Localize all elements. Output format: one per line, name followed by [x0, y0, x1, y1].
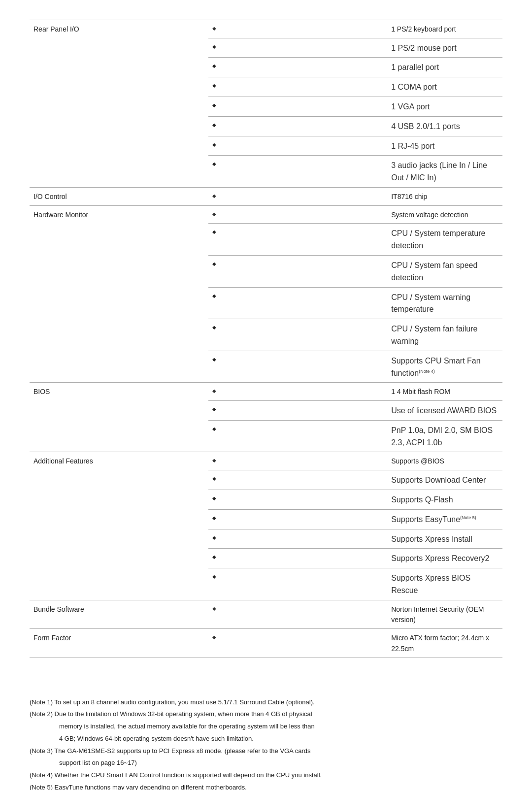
row-label: Form Factor — [30, 629, 208, 658]
item-text: 1 PS/2 keyboard port — [387, 20, 502, 38]
bullet-cell: ◆ — [208, 58, 387, 77]
row-label: Rear Panel I/O — [30, 20, 208, 188]
item-text: Norton Internet Security (OEM version) — [387, 600, 502, 628]
table-row: Additional Features◆Supports @BIOS — [30, 452, 502, 470]
note-text: 4 GB; Windows 64-bit operating system do… — [59, 735, 254, 742]
note-item: (Note 3) The GA-M61SME-S2 supports up to… — [30, 746, 502, 757]
superscript: (Note 4) — [419, 368, 435, 373]
row-label: Additional Features — [30, 452, 208, 600]
note-item: memory is installed, the actual memory a… — [30, 722, 502, 732]
bullet-cell: ◆ — [208, 529, 387, 549]
page-container: Rear Panel I/O◆1 PS/2 keyboard port◆1 PS… — [30, 20, 502, 790]
item-text: Supports Xpress Install — [387, 529, 502, 549]
item-text: IT8716 chip — [387, 188, 502, 206]
row-label: I/O Control — [30, 188, 208, 206]
notes-section: (Note 1) To set up an 8 channel audio co… — [30, 697, 502, 790]
bullet-cell: ◆ — [208, 509, 387, 529]
bullet-cell: ◆ — [208, 490, 387, 509]
bullet-cell: ◆ — [208, 420, 387, 452]
note-prefix: (Note 1) — [30, 698, 53, 706]
row-label: Bundle Software — [30, 600, 208, 628]
table-row: Hardware Monitor◆System voltage detectio… — [30, 205, 502, 224]
bullet-cell: ◆ — [208, 568, 387, 600]
item-text: 1 4 Mbit flash ROM — [387, 383, 502, 401]
item-text: 3 audio jacks (Line In / Line Out / MIC … — [387, 156, 502, 188]
note-text: EasyTune functions may vary depending on… — [53, 784, 247, 790]
item-text: PnP 1.0a, DMI 2.0, SM BIOS 2.3, ACPI 1.0… — [387, 420, 502, 452]
note-text: To set up an 8 channel audio configurati… — [53, 698, 315, 706]
superscript: (Note 5) — [460, 515, 476, 520]
table-row: BIOS◆1 4 Mbit flash ROM — [30, 383, 502, 401]
item-text: Supports EasyTune(Note 5) — [387, 509, 502, 529]
note-item: (Note 4) Whether the CPU Smart FAN Contr… — [30, 770, 502, 781]
bullet-cell: ◆ — [208, 401, 387, 421]
note-text: memory is installed, the actual memory a… — [59, 723, 315, 730]
note-prefix: (Note 4) — [30, 771, 53, 779]
bullet-cell: ◆ — [208, 287, 387, 319]
note-text: Due to the limitation of Windows 32-bit … — [53, 710, 312, 718]
item-text: Supports Xpress Recovery2 — [387, 549, 502, 568]
bullet-cell: ◆ — [208, 77, 387, 97]
item-text: 1 parallel port — [387, 58, 502, 77]
note-item: (Note 2) Due to the limitation of Window… — [30, 709, 502, 720]
bullet-cell: ◆ — [208, 600, 387, 628]
bullet-cell: ◆ — [208, 205, 387, 224]
bullet-cell: ◆ — [208, 452, 387, 470]
item-text: System voltage detection — [387, 205, 502, 224]
bullet-cell: ◆ — [208, 351, 387, 383]
item-text: Supports Download Center — [387, 470, 502, 490]
item-text: Micro ATX form factor; 24.4cm x 22.5cm — [387, 629, 502, 658]
row-label: Hardware Monitor — [30, 205, 208, 383]
note-text: The GA-M61SME-S2 supports up to PCI Expr… — [53, 747, 311, 755]
specs-table: Rear Panel I/O◆1 PS/2 keyboard port◆1 PS… — [30, 20, 502, 658]
table-row: Bundle Software◆Norton Internet Security… — [30, 600, 502, 628]
bullet-cell: ◆ — [208, 549, 387, 568]
item-text: Supports @BIOS — [387, 452, 502, 470]
item-text: 1 RJ-45 port — [387, 136, 502, 156]
item-text: CPU / System temperature detection — [387, 224, 502, 256]
item-text: 1 VGA port — [387, 97, 502, 117]
note-prefix: (Note 2) — [30, 710, 53, 718]
item-text: CPU / System fan speed detection — [387, 256, 502, 288]
item-text: CPU / System fan failure warning — [387, 319, 502, 351]
note-text: Whether the CPU Smart FAN Control functi… — [53, 771, 322, 779]
table-row: Rear Panel I/O◆1 PS/2 keyboard port — [30, 20, 502, 38]
item-text: Use of licensed AWARD BIOS — [387, 401, 502, 421]
note-text: support list on page 16~17) — [59, 759, 137, 766]
item-text: 1 COMA port — [387, 77, 502, 97]
note-item: (Note 5) EasyTune functions may vary dep… — [30, 783, 502, 790]
item-text: CPU / System warning temperature — [387, 287, 502, 319]
item-text: Supports Q-Flash — [387, 490, 502, 509]
bullet-cell: ◆ — [208, 136, 387, 156]
table-row: I/O Control◆IT8716 chip — [30, 188, 502, 206]
note-item: 4 GB; Windows 64-bit operating system do… — [30, 734, 502, 744]
bullet-cell: ◆ — [208, 188, 387, 206]
bullet-cell: ◆ — [208, 38, 387, 58]
item-text: Supports Xpress BIOS Rescue — [387, 568, 502, 600]
note-prefix: (Note 5) — [30, 784, 53, 790]
bullet-cell: ◆ — [208, 20, 387, 38]
bullet-cell: ◆ — [208, 116, 387, 136]
bullet-cell: ◆ — [208, 383, 387, 401]
bullet-cell: ◆ — [208, 319, 387, 351]
bullet-cell: ◆ — [208, 470, 387, 490]
bullet-cell: ◆ — [208, 97, 387, 117]
bullet-cell: ◆ — [208, 156, 387, 188]
row-label: BIOS — [30, 383, 208, 452]
bullet-cell: ◆ — [208, 256, 387, 288]
note-item: support list on page 16~17) — [30, 758, 502, 768]
bullet-cell: ◆ — [208, 629, 387, 658]
note-item: (Note 1) To set up an 8 channel audio co… — [30, 697, 502, 708]
table-row: Form Factor◆Micro ATX form factor; 24.4c… — [30, 629, 502, 658]
item-text: 4 USB 2.0/1.1 ports — [387, 116, 502, 136]
bullet-cell: ◆ — [208, 224, 387, 256]
item-text: 1 PS/2 mouse port — [387, 38, 502, 58]
note-prefix: (Note 3) — [30, 747, 53, 755]
item-text: Supports CPU Smart Fan function(Note 4) — [387, 351, 502, 383]
